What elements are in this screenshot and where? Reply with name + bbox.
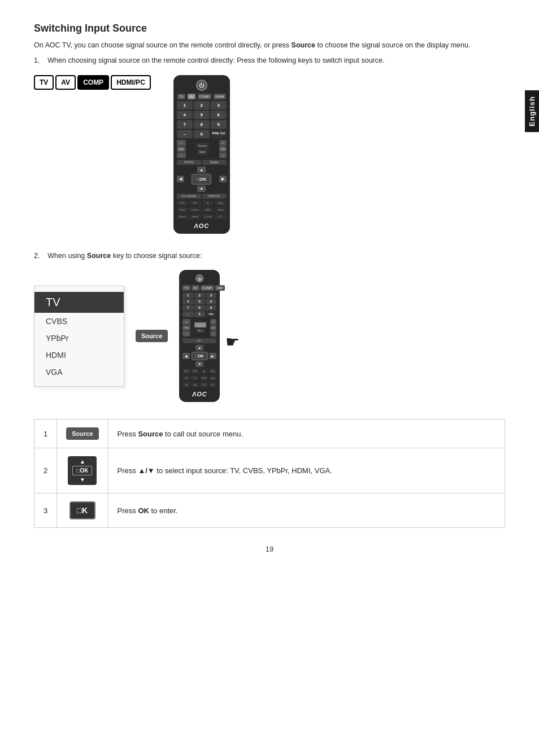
aoc-logo-2: ΛOC [192,391,207,397]
remote-control-1: ⏻ TV AV COMP HDMI 1 2 3 4 5 6 7 8 [173,75,230,234]
page-number: 19 [34,545,505,553]
nav2-down: ▼ [195,361,203,367]
menu-item-tv: TV [34,292,124,313]
ch-plus: + [219,140,227,146]
ch-label: CH [219,146,227,152]
btn2-7: 7 [182,305,193,311]
remote-body-2: ⏻ TV AV COMP HMI 1 2 3 4 5 6 7 8 9 [179,270,220,402]
vol-row-2: + VOL – Source Mute + CH – [182,319,216,337]
fn2-mts: MTS [200,375,208,381]
row3-num: 3 [34,493,57,528]
tab-tv-2: TV [182,285,190,291]
step1-text: 1. When choosing signal source on the re… [34,55,505,66]
step2-text: 2. When using Source key to choose signa… [34,251,505,261]
btn-2: 2 [194,101,210,110]
btn2-0: 0 [194,311,205,317]
btn2-2: 2 [194,292,205,298]
fn-row2: Photo Freeze MTS Sleep [177,207,227,212]
ch2-minus: – [210,331,217,337]
nav-row: ◀ □OK ▶ [177,174,227,185]
input-labels-area: TV AV COMP HDMI/PC [34,75,151,92]
fn-row3: Nature Audio V-Chip CC [177,214,227,219]
display-btn: Display [202,160,227,165]
label-av: AV [55,75,76,90]
power-button-2: ⏻ [195,274,203,282]
source-tabs-2: TV AV COMP HMI [182,285,216,291]
row1-icon: Source [57,419,108,448]
source-label-box: TV AV COMP HDMI/PC [34,75,151,90]
row2-icon: ▲ □OK ▼ [57,448,108,493]
sleep-btn: Sleep [215,207,227,212]
btn2-6: 6 [206,299,216,304]
table-row-2: 2 ▲ □OK ▼ Press ▲/▼ to select input sour… [34,448,505,493]
mute-btn-2: Mute [195,328,205,333]
arrow-down-icon: ▼ [80,477,85,483]
ok-btn: □OK [192,174,211,185]
row1-num: 1 [34,419,57,448]
vol2-plus: + [182,319,190,325]
vol-source-ch-row: + VOL – Source Mute + CH – [177,140,227,158]
nav2-right: ▶ [209,353,216,359]
power-button: ⏻ [196,80,207,91]
ok-btn-2: □OK [192,352,208,360]
btn-6: 6 [211,111,227,119]
aoc-logo: ΛOC [194,222,209,229]
label-tv: TV [34,75,54,90]
fav-channel-btn: Fav Channel [177,194,201,199]
nav-row-2: ◀ □OK ▶ [182,352,216,360]
table-row-3: 3 □K Press OK to enter. [34,493,505,528]
vol2-minus: – [182,331,190,337]
label-hdmipc: HDMI/PC [111,75,151,90]
tab-hdmi-2: HMI [215,285,225,291]
source-col-2: Source Mute [194,322,206,333]
diagram-section-2: TV CVBS YPbPr HDMI VGA Source ⏻ TV AV CO… [34,270,505,402]
ntt-btn: NTT [189,200,201,206]
btn-5: 5 [194,111,210,119]
source-col: Source Mute [195,143,209,155]
row3-desc: Press OK to enter. [108,493,505,528]
tab-av: AV [188,94,195,99]
ch-col-2: + CH – [210,319,217,337]
mts-btn: MTS [202,207,214,212]
btn2-3: 3 [206,292,216,298]
btn-4: 4 [177,111,193,119]
nav-left: ◀ [177,176,184,182]
btn-1: 1 [177,101,193,110]
mute-btn: Mute [197,149,208,155]
hand-indicator: ☛ [225,333,240,351]
btn2-dash: – [182,311,193,317]
ch-minus: – [219,152,227,158]
fn2-ntt: NTT [192,369,199,374]
btn2-5: 5 [194,299,205,304]
ch-col: + CH – [219,140,227,158]
btn2-8: 8 [194,305,205,311]
vol-label: VOL [177,146,186,152]
intro-text: On AOC TV, you can choose signal source … [34,40,505,51]
source-arrow-area: Source [136,330,168,342]
ch2-label: CH [210,325,217,330]
vol-plus: + [177,140,186,146]
audio-btn: Audio [189,214,201,219]
vol2-label: VOL [182,325,190,330]
nav-down: ▼ [197,186,206,192]
btn-dash: – [177,130,193,138]
nature-btn: Nature [177,214,189,219]
diagram-section-1: TV AV COMP HDMI/PC ⏻ TV AV COMP HDMI [34,75,505,234]
number-grid: 1 2 3 4 5 6 7 8 9 – 0 PRE CH [177,101,227,138]
fav-hdmi-row: Fav Channel HDMI CEC [177,194,227,199]
source-menu: TV CVBS YPbPr HDMI VGA [34,286,124,387]
source-button-icon: Source [66,427,98,440]
fn2-sleep: Slp [209,375,217,381]
table-row-1: 1 Source Press Source to call out source… [34,419,505,448]
remote-body-1: ⏻ TV AV COMP HDMI 1 2 3 4 5 6 7 8 [173,75,230,234]
vol-col-2: + VOL – [182,319,190,337]
source-btn: Source [195,143,209,148]
hdmi-cec-btn: HDMI CEC [202,194,227,199]
nav2-up: ▲ [195,345,203,351]
btn-8: 8 [194,120,210,129]
fn2-cc: CC [209,382,217,387]
number-grid-2: 1 2 3 4 5 6 7 8 9 – 0 PRE [182,292,216,317]
vol-minus: – [177,152,186,158]
fn2-freeze: Fr [192,375,199,381]
fn2-web: Web [209,369,217,374]
